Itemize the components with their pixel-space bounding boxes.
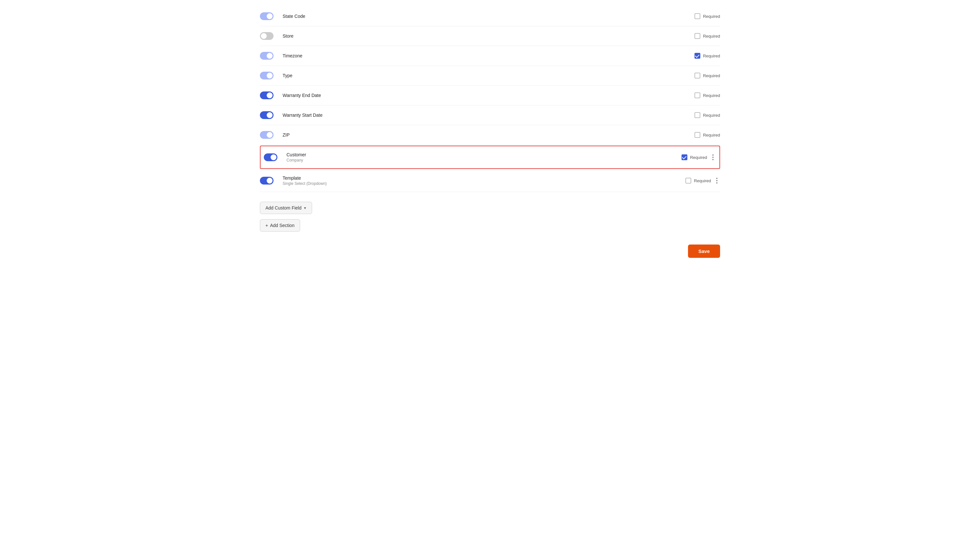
required-checkbox-warranty-start-date[interactable] [695,112,700,118]
field-right-state-code: Required [695,13,720,19]
required-label-warranty-start-date: Required [703,113,720,118]
required-label-store: Required [703,34,720,38]
field-right-warranty-end-date: Required [695,92,720,98]
add-custom-field-label: Add Custom Field [266,205,301,210]
field-name-warranty-start-date: Warranty Start Date [283,113,695,118]
field-name-type: Type [283,73,695,78]
field-subname-customer: Company [286,158,681,163]
field-row-store: StoreRequired [260,26,720,46]
field-row-type: TypeRequired [260,66,720,86]
field-info-state-code: State Code [279,14,695,19]
field-name-template: Template [283,175,686,181]
toggle-zip[interactable] [260,131,279,139]
field-row-state-code: State CodeRequired [260,6,720,26]
field-row-zip: ZIPRequired [260,125,720,145]
field-info-warranty-end-date: Warranty End Date [279,93,695,98]
required-checkbox-warranty-end-date[interactable] [695,92,700,98]
field-subname-template: Single Select (Dropdown) [283,181,686,186]
three-dot-menu-template[interactable] [714,177,720,185]
required-label-customer: Required [690,155,707,160]
field-right-timezone: Required [695,53,720,59]
required-label-warranty-end-date: Required [703,93,720,98]
required-checkbox-timezone[interactable] [695,53,700,59]
fields-list: State CodeRequiredStoreRequiredTimezoneR… [260,6,720,192]
field-name-state-code: State Code [283,14,695,19]
three-dot-menu-customer[interactable] [710,153,716,161]
field-info-timezone: Timezone [279,53,695,58]
required-label-template: Required [694,179,711,183]
required-label-state-code: Required [703,14,720,19]
field-right-type: Required [695,73,720,78]
toggle-template[interactable] [260,177,279,185]
toggle-state-code[interactable] [260,12,279,20]
required-checkbox-state-code[interactable] [695,13,700,19]
required-checkbox-type[interactable] [695,73,700,78]
field-info-template: TemplateSingle Select (Dropdown) [279,175,686,186]
field-name-warranty-end-date: Warranty End Date [283,93,695,98]
field-right-zip: Required [695,132,720,138]
required-checkbox-store[interactable] [695,33,700,39]
add-custom-field-button[interactable]: Add Custom Field ▼ [260,202,312,214]
required-label-zip: Required [703,132,720,137]
save-button[interactable]: Save [688,244,720,258]
field-name-timezone: Timezone [283,53,695,58]
toggle-timezone[interactable] [260,52,279,60]
bottom-actions: Add Custom Field ▼ + Add Section [260,202,720,231]
chevron-down-icon: ▼ [303,206,307,210]
page-container: State CodeRequiredStoreRequiredTimezoneR… [247,0,733,277]
field-info-zip: ZIP [279,132,695,137]
toggle-customer[interactable] [264,153,283,161]
field-info-customer: CustomerCompany [283,152,681,163]
add-section-label: Add Section [270,223,294,228]
field-info-warranty-start-date: Warranty Start Date [279,113,695,118]
field-right-customer: Required [681,153,716,161]
field-name-customer: Customer [286,152,681,157]
toggle-warranty-start-date[interactable] [260,111,279,119]
plus-icon: + [266,223,268,228]
toggle-type[interactable] [260,72,279,80]
required-checkbox-template[interactable] [686,178,691,183]
required-label-type: Required [703,73,720,78]
required-checkbox-customer[interactable] [681,155,687,160]
field-right-warranty-start-date: Required [695,112,720,118]
toggle-warranty-end-date[interactable] [260,91,279,99]
field-row-warranty-start-date: Warranty Start DateRequired [260,105,720,125]
field-row-customer: CustomerCompanyRequired [260,146,720,169]
field-info-type: Type [279,73,695,78]
field-right-store: Required [695,33,720,39]
save-area: Save [260,244,720,258]
field-row-timezone: TimezoneRequired [260,46,720,66]
field-row-warranty-end-date: Warranty End DateRequired [260,86,720,105]
field-row-template: TemplateSingle Select (Dropdown)Required [260,170,720,192]
toggle-store[interactable] [260,32,279,40]
field-name-store: Store [283,33,695,38]
field-name-zip: ZIP [283,132,695,137]
required-label-timezone: Required [703,54,720,58]
field-info-store: Store [279,33,695,38]
add-section-button[interactable]: + Add Section [260,219,300,231]
field-right-template: Required [686,177,720,185]
required-checkbox-zip[interactable] [695,132,700,138]
